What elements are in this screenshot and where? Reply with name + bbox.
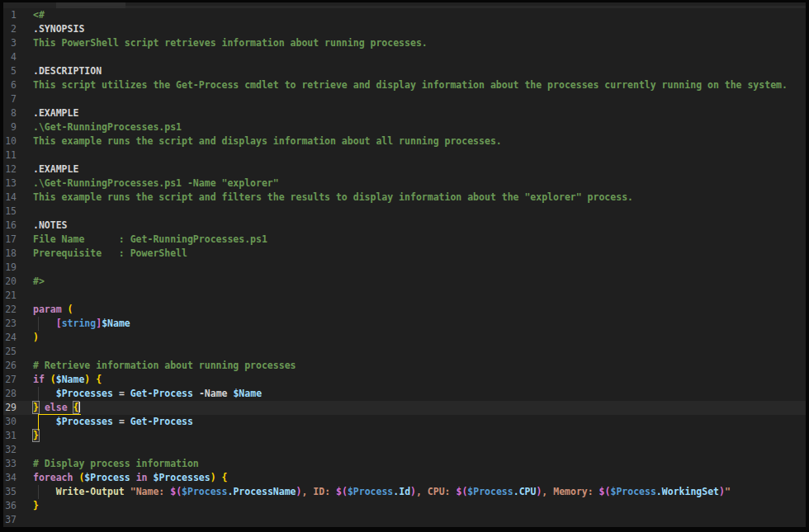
- code-line[interactable]: 31}: [3, 429, 806, 443]
- line-number[interactable]: 37: [3, 513, 17, 527]
- line-number[interactable]: 27: [3, 373, 17, 387]
- code-text[interactable]: .\Get-RunningProcesses.ps1 -Name "explor…: [33, 177, 279, 191]
- code-line[interactable]: 19: [3, 261, 806, 275]
- code-line[interactable]: 7: [3, 92, 806, 106]
- code-line[interactable]: 8.EXAMPLE: [3, 106, 806, 120]
- code-text[interactable]: #>: [33, 275, 45, 289]
- line-number[interactable]: 36: [3, 499, 17, 513]
- line-number[interactable]: 25: [3, 345, 17, 359]
- code-text[interactable]: .EXAMPLE: [33, 106, 78, 120]
- code-text[interactable]: param (: [33, 303, 73, 317]
- code-text[interactable]: This example runs the script and filters…: [33, 191, 633, 205]
- code-line[interactable]: 3This PowerShell script retrieves inform…: [3, 36, 806, 50]
- code-line[interactable]: 34foreach ($Process in $Processes) {: [3, 471, 806, 485]
- line-number[interactable]: 12: [3, 162, 17, 177]
- code-text[interactable]: File Name : Get-RunningProcesses.ps1: [33, 233, 267, 247]
- line-number[interactable]: 8: [3, 106, 17, 120]
- code-text[interactable]: This script utilizes the Get-Process cmd…: [33, 78, 788, 92]
- code-line[interactable]: 21: [3, 289, 806, 303]
- code-line[interactable]: 26# Retrieve information about running p…: [3, 359, 806, 373]
- line-number[interactable]: 7: [3, 92, 17, 106]
- line-number[interactable]: 11: [3, 148, 17, 162]
- line-number[interactable]: 21: [3, 289, 17, 303]
- code-text[interactable]: [string]$Name: [33, 317, 130, 331]
- code-text[interactable]: .DESCRIPTION: [33, 64, 102, 78]
- line-number[interactable]: 29: [3, 401, 17, 415]
- line-number[interactable]: 19: [3, 261, 17, 275]
- line-number[interactable]: 17: [3, 233, 17, 247]
- code-text[interactable]: } else {: [33, 401, 80, 415]
- code-line[interactable]: 29} else {: [3, 401, 806, 415]
- code-text[interactable]: ): [33, 331, 39, 345]
- line-number[interactable]: 2: [3, 22, 17, 36]
- code-line[interactable]: 32: [3, 443, 806, 457]
- code-text[interactable]: .\Get-RunningProcesses.ps1: [33, 120, 182, 134]
- code-text[interactable]: }: [33, 429, 39, 443]
- line-number[interactable]: 6: [3, 78, 17, 92]
- code-line[interactable]: 25: [3, 345, 806, 359]
- line-number[interactable]: 22: [3, 303, 17, 317]
- code-text[interactable]: }: [33, 499, 39, 513]
- code-line[interactable]: 11: [3, 148, 806, 162]
- code-line[interactable]: 17File Name : Get-RunningProcesses.ps1: [3, 233, 806, 247]
- line-number[interactable]: 18: [3, 247, 17, 261]
- code-line[interactable]: 2.SYNOPSIS: [3, 22, 806, 36]
- line-number[interactable]: 32: [3, 443, 17, 457]
- code-line[interactable]: 30 $Processes = Get-Process: [3, 415, 806, 429]
- line-number[interactable]: 35: [3, 485, 17, 499]
- code-line[interactable]: 33# Display process information: [3, 457, 806, 471]
- line-number[interactable]: 30: [3, 415, 17, 429]
- line-number[interactable]: 13: [3, 177, 17, 191]
- code-lines[interactable]: 1<#2.SYNOPSIS3This PowerShell script ret…: [3, 8, 806, 527]
- line-number[interactable]: 33: [3, 457, 17, 471]
- code-line[interactable]: 13.\Get-RunningProcesses.ps1 -Name "expl…: [3, 177, 806, 191]
- code-text[interactable]: # Display process information: [33, 457, 199, 471]
- code-text[interactable]: Write-Output "Name: $($Process.ProcessNa…: [33, 485, 731, 499]
- code-editor[interactable]: 1<#2.SYNOPSIS3This PowerShell script ret…: [3, 2, 806, 527]
- line-number[interactable]: 10: [3, 134, 17, 148]
- line-number[interactable]: 9: [3, 120, 17, 134]
- line-number[interactable]: 20: [3, 275, 17, 289]
- line-number[interactable]: 26: [3, 359, 17, 373]
- line-number[interactable]: 28: [3, 387, 17, 401]
- code-text[interactable]: <#: [33, 8, 45, 22]
- code-line[interactable]: 15: [3, 205, 806, 219]
- code-line[interactable]: 27if ($Name) {: [3, 373, 806, 387]
- code-text[interactable]: This example runs the script and display…: [33, 134, 502, 148]
- code-line[interactable]: 10This example runs the script and displ…: [3, 134, 806, 148]
- code-line[interactable]: 16.NOTES: [3, 219, 806, 233]
- code-line[interactable]: 14This example runs the script and filte…: [3, 191, 806, 205]
- code-text[interactable]: # Retrieve information about running pro…: [33, 359, 296, 373]
- line-number[interactable]: 34: [3, 471, 17, 485]
- line-number[interactable]: 15: [3, 205, 17, 219]
- code-line[interactable]: 1<#: [3, 8, 806, 22]
- line-number[interactable]: 16: [3, 219, 17, 233]
- code-line[interactable]: 28 $Processes = Get-Process -Name $Name: [3, 387, 806, 401]
- code-line[interactable]: 23 [string]$Name: [3, 317, 806, 331]
- code-text[interactable]: $Processes = Get-Process -Name $Name: [33, 387, 262, 401]
- code-text[interactable]: Prerequisite : PowerShell: [33, 247, 187, 261]
- code-line[interactable]: 4: [3, 50, 806, 64]
- code-line[interactable]: 35 Write-Output "Name: $($Process.Proces…: [3, 485, 806, 499]
- line-number[interactable]: 3: [3, 36, 17, 50]
- code-text[interactable]: $Processes = Get-Process: [33, 415, 193, 429]
- code-line[interactable]: 18Prerequisite : PowerShell: [3, 247, 806, 261]
- code-text[interactable]: .SYNOPSIS: [33, 22, 84, 36]
- code-text[interactable]: .NOTES: [33, 219, 68, 233]
- code-text[interactable]: if ($Name) {: [33, 373, 102, 387]
- code-line[interactable]: 6This script utilizes the Get-Process cm…: [3, 78, 806, 92]
- code-line[interactable]: 9.\Get-RunningProcesses.ps1: [3, 120, 806, 134]
- line-number[interactable]: 31: [3, 429, 17, 443]
- code-line[interactable]: 20#>: [3, 275, 806, 289]
- code-text[interactable]: This PowerShell script retrieves informa…: [33, 36, 428, 50]
- code-line[interactable]: 36}: [3, 499, 806, 513]
- code-line[interactable]: 12.EXAMPLE: [3, 162, 806, 177]
- code-line[interactable]: 24): [3, 331, 806, 345]
- code-line[interactable]: 22param (: [3, 303, 806, 317]
- code-line[interactable]: 37: [3, 513, 806, 527]
- line-number[interactable]: 4: [3, 50, 17, 64]
- code-text[interactable]: foreach ($Process in $Processes) {: [33, 471, 228, 485]
- line-number[interactable]: 5: [3, 64, 17, 78]
- code-text[interactable]: .EXAMPLE: [33, 162, 78, 177]
- code-line[interactable]: 5.DESCRIPTION: [3, 64, 806, 78]
